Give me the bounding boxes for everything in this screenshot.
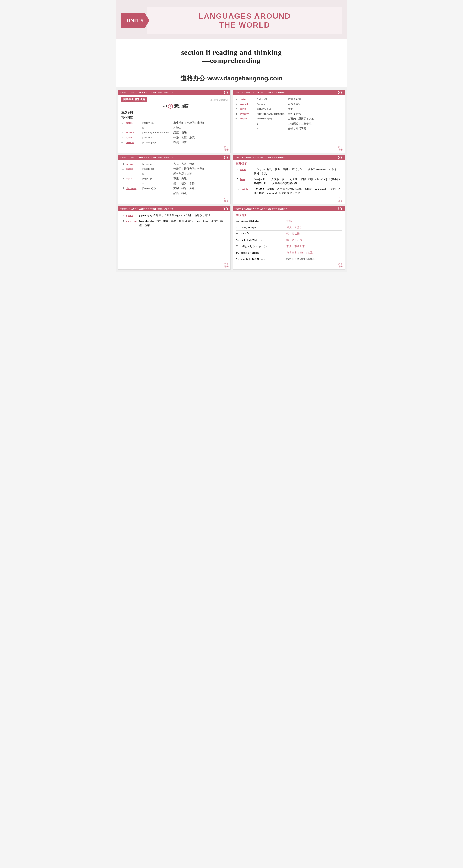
chevron-icon-3: ❯❯ [223, 156, 229, 159]
card-6-header: UNIT 5 LANGUAGES AROUND THE WORLD ❯❯ [233, 207, 345, 211]
reading-row-21: 21. shell[ʃel] n. 壳；壳状物 [236, 231, 342, 236]
card-3: UNIT 5 LANGUAGES AROUND THE WORLD ❯❯ 10.… [118, 155, 231, 205]
reading-row-24: 24. affair[ə'feə(r)] n. 公共事务；事件；关系 [236, 251, 342, 255]
vocab-row-6: 6. symbol ['sɪmbl]n. 符号；象征 [236, 102, 342, 106]
website-label: 道格办公-www.daogebangong.com [116, 69, 347, 87]
ext-row-14: 14. refer [rɪ'fɜː(r)]vi. 提到；参考；查阅 vt. 查询… [236, 167, 342, 176]
ext-row-18: 18. appreciate [ə'priːʃɪeɪt]vt. 欣赏；重视；感激… [121, 219, 228, 227]
vocab-row-11b: n. 经典作品；名著 [121, 172, 228, 176]
ext-row-15: 15. base [beɪs]vt. 以……为据点；以……为基础 n. 底部；根… [236, 177, 342, 186]
header-title: LANGUAGES AROUND THE WORLD [152, 12, 337, 29]
vocab-row-9: 9. major ['meɪdʒə(r)]adj. 主要的；重要的；大的 [236, 117, 342, 121]
card-corner-nav-3: 栏目 导录 [224, 197, 229, 203]
reading-row-23: 23. calligraphy[kə'lɪgrəfɪ] n. 书法；书法艺术 [236, 244, 342, 248]
card-5: UNIT 5 LANGUAGES AROUND THE WORLD ❯❯ 17.… [118, 206, 231, 270]
card-corner-nav-4: 栏目 导录 [338, 197, 343, 203]
vocab-row-10: 10. means [miːnz] n. 方式；方法；途径 [121, 162, 228, 166]
card-corner-nav-6: 栏目 导录 [338, 263, 343, 268]
reading-row-22: 22. dialect['daɪəlekt] n. 地方话；方言 [236, 238, 342, 242]
vocab-row-13b: 品质；特点 [121, 191, 228, 195]
reading-vocab-title: 阅读词汇 [236, 213, 342, 217]
reading-row-19: 19. billion['bɪljən] n. 十亿 [236, 219, 342, 223]
vocab-row-7: 7. carve [kɑːv] vt. & vi. 雕刻 [236, 107, 342, 111]
card-2: UNIT 5 LANGUAGES AROUND THE WORLD ❯❯ 5. … [233, 90, 345, 153]
vocab-row-4: 4. despite [dɪ'spaɪt]prep. 即使；尽管 [121, 140, 228, 145]
vocab-row-9b: n. 主修课程；主修学生 [236, 122, 342, 126]
card-corner-nav-5: 栏目 导录 [224, 263, 229, 268]
part-heading-1: Part Ⅰ 新知感悟 [121, 104, 228, 109]
vocab-row-5: 5. factor ['fæktə(r)]n. 因素；要素 [236, 97, 342, 101]
reading-row-20: 20. bone[bəʊn] n. 骨头；骨(质) [236, 225, 342, 229]
vocab-row-1: 1. native ['neɪtɪv]adj. 出生地的；本地的；土著的 [121, 121, 228, 125]
vocab-title-1: 重点单词 [121, 111, 228, 115]
card-corner-nav-2: 栏目 导录 [338, 146, 343, 151]
unit-badge: UNIT 5 [121, 13, 149, 28]
vocab-title-2: 写作词汇 [121, 116, 228, 120]
section-title-area: section ii reading and thinking —compreh… [116, 39, 347, 69]
section-label-1: 自学导引·语篇理解 [121, 97, 147, 101]
ext-row-16: 16. variety [və'raɪətɪ] n. (植物、语言等的)变体；异… [236, 187, 342, 195]
card-corner-nav-1: 栏目 导录 [224, 146, 229, 151]
card-2-header: UNIT 5 LANGUAGES AROUND THE WORLD ❯❯ [233, 90, 345, 95]
reading-row-25: 25. specific[spə'sɪfɪk] adj. 特定的；明确的；具体的 [236, 257, 342, 261]
card-1-header: UNIT 5 LANGUAGES AROUND THE WORLD ❯❯ [119, 90, 230, 95]
ext-row-17: 17. global ['gləʊbl]adj. 全球的；全世界的→globe … [121, 213, 228, 218]
header-title-box: LANGUAGES AROUND THE WORLD [147, 7, 342, 34]
vocab-row-1b: n. 本地人 [121, 126, 228, 130]
section-title: section ii reading and thinking —compreh… [121, 49, 342, 65]
vocab-row-12: 12. regard [rɪ'gɑːd] n. 尊重；关注 [121, 177, 228, 181]
card-4-header: UNIT 5 LANGUAGES AROUND THE WORLD ❯❯ [233, 155, 345, 160]
chevron-icon-2: ❯❯ [337, 91, 343, 94]
vocab-row-3: 3. system ['sɪstəm]n. 体系；制度；系统 [121, 135, 228, 140]
vocab-row-12b: vt. 把……视为；看待 [121, 182, 228, 186]
chevron-icon-6: ❯❯ [337, 207, 343, 211]
card-4: UNIT 5 LANGUAGES AROUND THE WORLD ❯❯ 拓展词… [233, 155, 345, 205]
chevron-icon-5: ❯❯ [223, 207, 229, 211]
page-header: UNIT 5 LANGUAGES AROUND THE WORLD [116, 0, 347, 39]
vocab-row-2: 2. attitude ['ætɪtjuːd; NAmE'ætɪtuːd]n. … [121, 130, 228, 134]
chevron-icon-4: ❯❯ [337, 156, 343, 159]
card-6: UNIT 5 LANGUAGES AROUND THE WORLD ❯❯ 阅读词… [233, 206, 345, 270]
vocab-row-13: 13. character ['kærəktə(r)]n. 文字；符号；角色； [121, 186, 228, 190]
card-3-header: UNIT 5 LANGUAGES AROUND THE WORLD ❯❯ [119, 155, 230, 160]
card-5-header: UNIT 5 LANGUAGES AROUND THE WORLD ❯❯ [119, 207, 230, 211]
vocab-row-11: 11. classic ['klæsɪk]adj. 传统的；最优秀的；典型的 [121, 167, 228, 171]
chevron-icon: ❯❯ [223, 91, 229, 94]
ext-vocab-title: 拓展词汇 [236, 162, 342, 166]
cards-container: UNIT 5 LANGUAGES AROUND THE WORLD ❯❯ 自学导… [116, 87, 347, 272]
vocab-row-8: 8. dynasty ['dɪnəstɪ; NAmE'daɪnəstɪ]n. 王… [236, 112, 342, 116]
vocab-row-9c: vi. 主修；专门研究 [236, 126, 342, 130]
card-1: UNIT 5 LANGUAGES AROUND THE WORLD ❯❯ 自学导… [118, 90, 231, 153]
